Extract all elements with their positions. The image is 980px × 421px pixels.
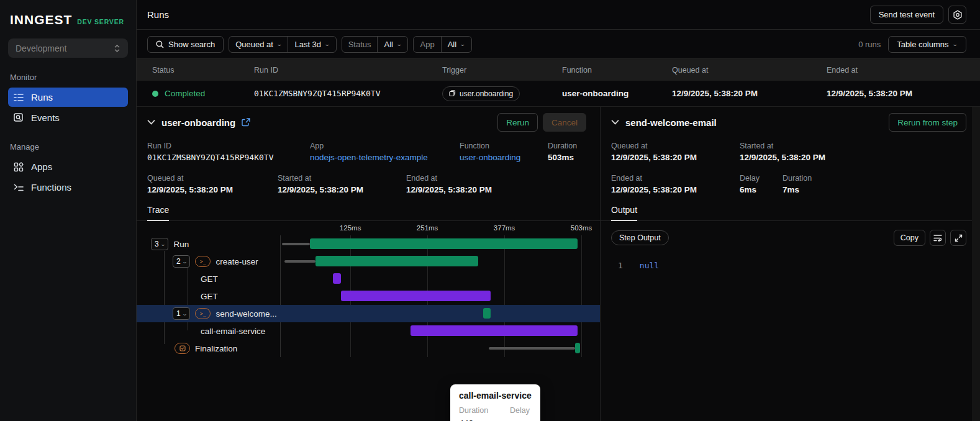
trace-row-finalization[interactable]: Finalization <box>137 340 600 357</box>
field-label: Started at <box>740 142 825 150</box>
word-wrap-button[interactable] <box>930 230 946 246</box>
run-id-field: Run ID 01KC1ZMSBNY9ZQT415RP94K0TV <box>147 142 310 162</box>
step-title: send-welcome-email <box>625 117 717 128</box>
trace-row-create-user[interactable]: 2⌄ >_ create-user <box>137 253 600 270</box>
time-range-dropdown[interactable]: Last 3d⌄ <box>288 37 335 52</box>
trace-row-label: call-email-service <box>201 327 265 336</box>
time-field-dropdown[interactable]: Queued at⌄ <box>229 37 288 52</box>
trigger-pill[interactable]: user.onboarding <box>442 86 520 101</box>
field-value: 12/9/2025, 5:38:20 PM <box>278 185 406 194</box>
collapse-chevron-icon[interactable] <box>147 120 155 125</box>
rerun-button[interactable]: Rerun <box>497 113 538 132</box>
field-label: Run ID <box>147 142 310 150</box>
step-run-icon: >_ <box>195 308 211 319</box>
show-search-button[interactable]: Show search <box>147 36 224 53</box>
app-field: App nodejs-open-telemetry-example <box>310 142 460 162</box>
field-label: Ended at <box>611 174 740 183</box>
app-link[interactable]: nodejs-open-telemetry-example <box>310 153 460 162</box>
runs-table-header: Status Run ID Trigger Function Queued at… <box>137 59 980 81</box>
trace-span-bar[interactable] <box>315 256 478 266</box>
sidebar-item-runs[interactable]: Runs <box>8 88 128 107</box>
children-count-badge[interactable]: 1⌄ <box>173 307 190 320</box>
field-value: 01KC1ZMSBNY9ZQT415RP94K0TV <box>147 153 310 162</box>
trace-span-bar[interactable] <box>411 325 578 336</box>
trace-row-run[interactable]: 3⌄ Run <box>137 235 600 253</box>
field-value: 6ms <box>740 185 783 194</box>
step-run-icon: >_ <box>195 256 211 267</box>
sidebar-item-label: Functions <box>31 182 71 192</box>
trace-wait-line[interactable] <box>282 243 310 245</box>
ended-at-cell: 12/9/2025, 5:38:20 PM <box>827 89 980 98</box>
status-filter-group: Status All⌄ <box>342 36 409 53</box>
status-label: Completed <box>165 89 205 98</box>
tab-output[interactable]: Output <box>611 205 637 220</box>
trace-span-bar[interactable] <box>333 273 341 284</box>
children-count-badge[interactable]: 3⌄ <box>151 238 168 250</box>
search-icon <box>156 40 164 48</box>
copy-button[interactable]: Copy <box>894 230 925 246</box>
chevron-down-icon: ⌄ <box>160 242 165 247</box>
step-panel: send-welcome-email Rerun from step Queue… <box>601 107 980 421</box>
workspace-select[interactable]: Development <box>8 38 128 58</box>
output-toolbar: Step Output Copy <box>611 230 966 246</box>
send-test-event-button[interactable]: Send test event <box>870 6 943 24</box>
trace-row-chart <box>280 253 587 270</box>
step-ended-at-field: Ended at 12/9/2025, 5:38:20 PM <box>611 174 740 194</box>
sidebar: INNGEST DEV SERVER Development Monitor R… <box>0 0 137 421</box>
trace-row-call-email-service[interactable]: call-email-service <box>137 322 600 340</box>
trace-row-get-2[interactable]: GET <box>137 287 600 305</box>
field-label: Queued at <box>147 174 278 183</box>
output-code: 1 null <box>618 261 980 270</box>
step-started-at-field: Started at 12/9/2025, 5:38:20 PM <box>740 142 825 162</box>
function-link[interactable]: user-onboarding <box>460 153 548 162</box>
field-value: 503ms <box>548 153 577 162</box>
sidebar-item-functions[interactable]: Functions <box>8 178 128 197</box>
column-header-run-id: Run ID <box>254 66 442 75</box>
field-value: 12/9/2025, 5:38:20 PM <box>147 185 278 194</box>
trace-wait-line[interactable] <box>284 260 315 263</box>
column-header-function: Function <box>562 66 672 75</box>
trace-span-bar[interactable] <box>575 343 580 353</box>
trace-span-bar[interactable] <box>310 238 578 249</box>
sidebar-item-apps[interactable]: Apps <box>8 157 128 176</box>
queued-at-field: Queued at 12/9/2025, 5:38:20 PM <box>147 174 278 194</box>
time-field-value: Queued at <box>235 40 273 49</box>
trace-row-send-welcome-email[interactable]: 1⌄ >_ send-welcome... <box>137 305 600 322</box>
column-header-ended-at: Ended at <box>827 66 980 75</box>
table-columns-button[interactable]: Table columns ⌄ <box>888 36 966 53</box>
time-range-value: Last 3d <box>294 40 321 49</box>
ended-at-field: Ended at 12/9/2025, 5:38:20 PM <box>406 174 492 194</box>
tab-trace[interactable]: Trace <box>147 205 169 220</box>
expand-button[interactable] <box>950 230 966 246</box>
field-value: 12/9/2025, 5:38:20 PM <box>740 153 825 162</box>
trace-span-bar[interactable] <box>483 308 491 319</box>
events-icon <box>14 113 24 122</box>
settings-button[interactable] <box>948 6 966 24</box>
collapse-chevron-icon[interactable] <box>611 120 619 125</box>
trace-wait-line[interactable] <box>489 347 575 350</box>
sidebar-item-events[interactable]: Events <box>8 108 128 127</box>
sidebar-item-label: Apps <box>31 161 52 172</box>
output-value: null <box>640 261 659 270</box>
status-filter-dropdown[interactable]: All⌄ <box>377 37 407 52</box>
app-filter-dropdown[interactable]: All⌄ <box>441 37 471 52</box>
external-link-icon[interactable] <box>242 118 250 127</box>
chevron-down-icon: ⌄ <box>181 311 187 317</box>
cancel-button[interactable]: Cancel <box>543 113 586 132</box>
run-status-cell: Completed <box>152 89 254 98</box>
table-row[interactable]: Completed 01KC1ZMSBNY9ZQT415RP94K0TV use… <box>137 81 980 107</box>
trace-span-bar[interactable] <box>341 291 491 301</box>
chevron-down-icon: ⌄ <box>276 41 283 47</box>
children-count-badge[interactable]: 2⌄ <box>173 255 190 268</box>
rerun-from-step-button[interactable]: Rerun from step <box>889 113 966 132</box>
step-delay-field: Delay 6ms <box>740 174 783 194</box>
trace-row-get-1[interactable]: GET <box>137 270 600 287</box>
field-label: Delay <box>740 174 783 183</box>
status-dot <box>152 91 158 97</box>
line-number: 1 <box>618 261 623 270</box>
column-header-queued-at: Queued at <box>672 66 827 75</box>
table-columns-label: Table columns <box>897 40 948 49</box>
scrollbar-gutter[interactable] <box>972 107 980 421</box>
trace-row-chart <box>280 235 587 253</box>
functions-icon <box>14 183 24 192</box>
